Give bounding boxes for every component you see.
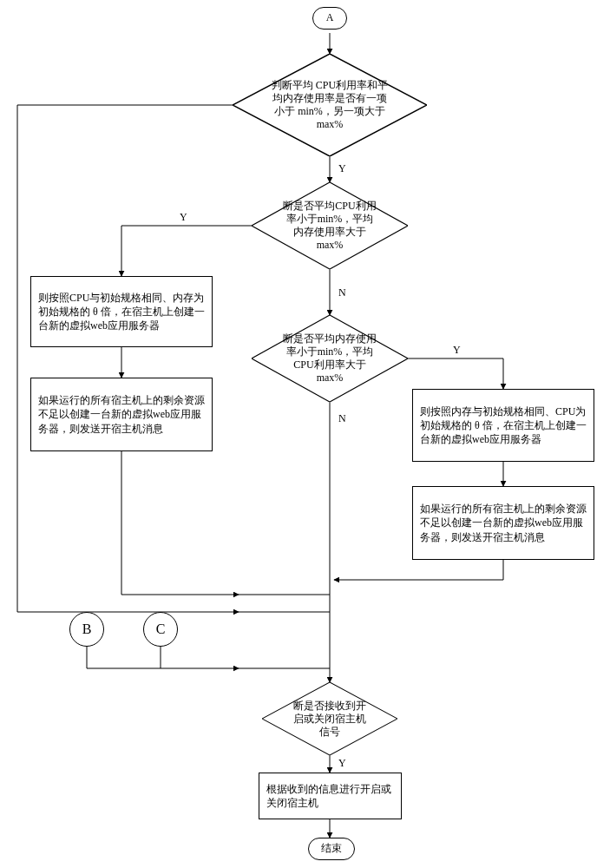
edge-label-d1-y: Y xyxy=(337,162,348,175)
decision-d3: 断是否平均内存使用率小于min%，平均CPU利用率大于 max% xyxy=(252,315,408,402)
connector-b: B xyxy=(69,612,104,647)
process-p1-text: 则按照CPU与初始规格相同、内存为初始规格的 θ 倍，在宿主机上创建一台新的虚拟… xyxy=(38,291,205,333)
process-p2: 如果运行的所有宿主机上的剩余资源不足以创建一台新的虚拟web应用服务器，则发送开… xyxy=(30,378,213,451)
edge-label-d3-y: Y xyxy=(451,344,462,357)
decision-d1-text: 判断平均 CPU利用率和平均内存使用率是否有一项小于 min%，另一项大于max… xyxy=(272,79,388,131)
edge-label-d2-y: Y xyxy=(178,211,189,224)
process-p4-text: 如果运行的所有宿主机上的剩余资源不足以创建一台新的虚拟web应用服务器，则发送开… xyxy=(420,502,587,544)
decision-d2-text: 断是否平均CPU利用率小于min%，平均内存使用率大于 max% xyxy=(283,200,377,252)
process-p2-text: 如果运行的所有宿主机上的剩余资源不足以创建一台新的虚拟web应用服务器，则发送开… xyxy=(38,393,205,436)
edge-label-d4-y: Y xyxy=(337,757,348,770)
connector-a: A xyxy=(312,7,347,30)
decision-d3-text: 断是否平均内存使用率小于min%，平均CPU利用率大于 max% xyxy=(283,332,377,385)
terminator-end: 结束 xyxy=(308,838,355,860)
connector-c-label: C xyxy=(156,621,166,639)
edge-label-d2-n: N xyxy=(337,286,348,299)
connector-a-label: A xyxy=(326,11,334,25)
process-p4: 如果运行的所有宿主机上的剩余资源不足以创建一台新的虚拟web应用服务器，则发送开… xyxy=(412,486,594,560)
connector-b-label: B xyxy=(82,621,92,639)
terminator-end-label: 结束 xyxy=(321,842,342,856)
process-p5: 根据收到的信息进行开启或关闭宿主机 xyxy=(259,773,402,819)
decision-d4-text: 断是否接收到开启或关闭宿主机信号 xyxy=(289,700,371,739)
process-p5-text: 根据收到的信息进行开启或关闭宿主机 xyxy=(266,782,394,810)
process-p3-text: 则按照内存与初始规格相同、CPU为初始规格的 θ 倍，在宿主机上创建一台新的虚拟… xyxy=(420,404,587,447)
decision-d2: 断是否平均CPU利用率小于min%，平均内存使用率大于 max% xyxy=(252,182,408,269)
decision-d1: 判断平均 CPU利用率和平均内存使用率是否有一项小于 min%，另一项大于max… xyxy=(233,54,427,156)
connector-c: C xyxy=(143,612,178,647)
process-p3: 则按照内存与初始规格相同、CPU为初始规格的 θ 倍，在宿主机上创建一台新的虚拟… xyxy=(412,389,594,462)
process-p1: 则按照CPU与初始规格相同、内存为初始规格的 θ 倍，在宿主机上创建一台新的虚拟… xyxy=(30,276,213,347)
decision-d4: 断是否接收到开启或关闭宿主机信号 xyxy=(262,682,397,755)
edge-label-d3-n: N xyxy=(337,412,348,425)
